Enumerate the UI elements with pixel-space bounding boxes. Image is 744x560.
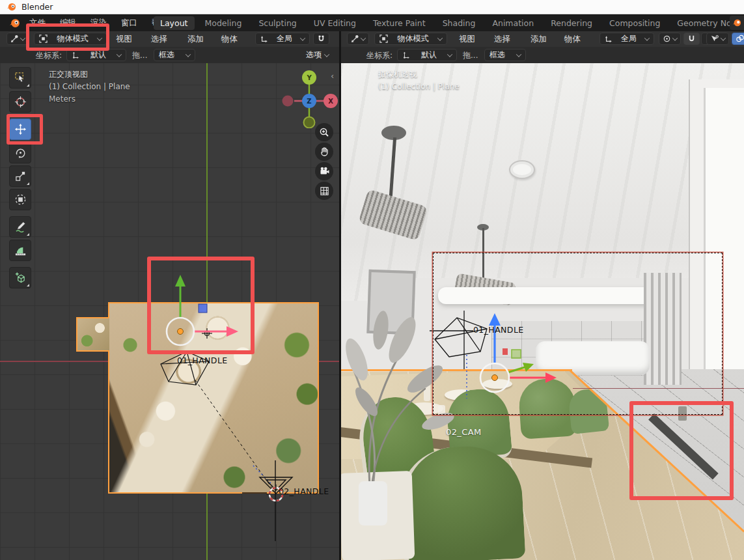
axis-neg-x-ball xyxy=(282,96,294,107)
tab-compositing[interactable]: Compositing xyxy=(603,16,667,30)
menu-viewport-view[interactable]: 视图 xyxy=(112,33,136,46)
box-select-dropdown[interactable]: 框选 xyxy=(154,49,195,61)
drag-label: 拖... xyxy=(463,50,478,61)
orientation-label: 全局 xyxy=(277,33,292,44)
coord-system-dropdown[interactable]: 默认 xyxy=(397,49,457,61)
right-tool-settings-bar: 坐标系: 默认 拖... 框选 xyxy=(340,47,744,63)
snap-magnet-button[interactable] xyxy=(683,33,700,45)
orientation-label: 全局 xyxy=(621,33,637,44)
scene-selector-button[interactable] xyxy=(730,16,744,30)
overlays-button[interactable] xyxy=(732,33,744,45)
menu-viewport-select[interactable]: 选择 xyxy=(490,33,514,46)
orientation-axes-icon xyxy=(605,35,613,43)
view-label: 正交顶视图 xyxy=(49,68,88,81)
title-bar: Blender xyxy=(0,0,744,14)
mode-label: 物体模式 xyxy=(398,33,429,44)
annotation-box-move-tool xyxy=(7,114,43,145)
camera-02-wireframe xyxy=(242,460,292,541)
handle2-label: 02_HANDLE xyxy=(279,486,329,496)
left-3d-viewport[interactable]: 正交顶视图 (1) Collection | Plane Meters ‹ xyxy=(0,63,339,560)
overlays-icon xyxy=(736,35,744,43)
chevron-down-icon xyxy=(516,51,521,57)
workspace-tabs: Layout Modeling Sculpting UV Editing Tex… xyxy=(154,14,744,31)
menu-viewport-view[interactable]: 视图 xyxy=(455,33,479,46)
object-origin-dot xyxy=(492,375,498,381)
annotation-box-gizmo xyxy=(147,257,255,354)
drag-axis-icon xyxy=(402,51,410,59)
chevron-down-icon xyxy=(324,51,329,57)
handle1-label: 01_HANDLE xyxy=(177,356,228,365)
chevron-down-icon xyxy=(644,35,650,40)
box-select-dropdown[interactable]: 框选 xyxy=(484,49,526,61)
right-3d-viewport[interactable]: 摄像机透视 (1) Collection | Plane xyxy=(340,63,744,560)
chevron-down-icon xyxy=(300,35,305,40)
drag-axis-icon xyxy=(72,51,79,59)
mode-dropdown[interactable]: 物体模式 xyxy=(374,33,447,45)
move-gizmo[interactable] xyxy=(456,296,573,394)
window-title: Blender xyxy=(21,2,53,12)
coord-system-label: 坐标系: xyxy=(366,50,393,61)
right-viewport-header: 物体模式 视图 选择 添加 物体 全局 xyxy=(340,31,744,47)
gizmo-z-arrow xyxy=(489,313,501,326)
chevron-down-icon xyxy=(117,51,122,57)
coord-system-value: 默认 xyxy=(90,49,106,61)
blender-window: Blender 文件 编辑 渲染 窗口 帮助 Layout Modeling S… xyxy=(0,0,744,560)
pivot-point-icon xyxy=(663,35,671,43)
chevron-down-icon xyxy=(20,35,25,40)
editor-3d-viewport-icon xyxy=(351,35,359,43)
options-dropdown[interactable]: 选项 xyxy=(301,49,334,61)
camera-label: 02_CAM xyxy=(446,427,482,437)
top-menu-bar: 文件 编辑 渲染 窗口 帮助 Layout Modeling Sculpting… xyxy=(0,14,744,31)
blender-logo-icon xyxy=(7,2,16,12)
context-path: (1) Collection | Plane xyxy=(49,81,130,93)
annotation-box-mode-dropdown xyxy=(26,23,109,51)
transform-orientation-dropdown[interactable]: 全局 xyxy=(599,33,654,45)
menu-window[interactable]: 窗口 xyxy=(115,16,143,31)
tab-shading[interactable]: Shading xyxy=(436,16,482,30)
navigation-gizmo[interactable]: Y X Z xyxy=(277,66,339,128)
gizmo-plane-handle-y xyxy=(512,350,521,358)
context-path: (1) Collection | Plane xyxy=(378,81,460,93)
pivot-point-button[interactable] xyxy=(659,33,681,45)
options-label: 选项 xyxy=(306,49,322,61)
object-mode-icon xyxy=(379,35,388,43)
blender-logo-icon xyxy=(9,18,20,29)
handle1-label: 01_HANDLE xyxy=(473,325,524,335)
chevron-down-icon xyxy=(361,35,366,40)
tab-rendering[interactable]: Rendering xyxy=(544,16,599,30)
editor-type-button[interactable] xyxy=(347,33,369,45)
gizmo-plane-handle-x xyxy=(503,348,508,355)
tab-uv-editing[interactable]: UV Editing xyxy=(307,16,363,30)
menu-viewport-object[interactable]: 物体 xyxy=(217,33,241,46)
box-select-value: 框选 xyxy=(159,49,174,61)
tab-layout[interactable]: Layout xyxy=(154,16,195,30)
magnet-icon xyxy=(317,35,325,43)
chevron-down-icon xyxy=(721,35,726,40)
viewport-separator[interactable] xyxy=(339,31,341,560)
menu-viewport-add[interactable]: 添加 xyxy=(527,33,551,46)
chevron-down-icon xyxy=(672,35,678,40)
menu-viewport-object[interactable]: 物体 xyxy=(560,33,585,46)
coord-system-value: 默认 xyxy=(421,49,437,61)
view-label: 摄像机透视 xyxy=(378,68,417,81)
axis-neg-y-ball xyxy=(304,117,315,128)
transform-orientation-dropdown[interactable]: 全局 xyxy=(255,33,310,45)
menu-viewport-add[interactable]: 添加 xyxy=(184,33,208,46)
drag-label: 拖... xyxy=(132,50,147,61)
editor-type-button[interactable] xyxy=(7,33,29,45)
tab-animation[interactable]: Animation xyxy=(486,16,540,30)
menu-viewport-select[interactable]: 选择 xyxy=(147,33,171,46)
tab-modeling[interactable]: Modeling xyxy=(199,16,249,30)
snap-magnet-button[interactable] xyxy=(313,33,329,45)
chevron-down-icon xyxy=(447,51,452,57)
magnet-icon xyxy=(687,35,696,43)
chevron-down-icon xyxy=(186,51,191,57)
svg-text:X: X xyxy=(328,98,333,105)
box-select-value: 框选 xyxy=(489,49,505,61)
unit-label: Meters xyxy=(49,93,76,105)
scene-icon xyxy=(732,18,741,27)
tab-texture-paint[interactable]: Texture Paint xyxy=(366,16,432,30)
gizmo-visibility-button[interactable] xyxy=(706,33,729,45)
tab-sculpting[interactable]: Sculpting xyxy=(252,16,303,30)
orientation-axes-icon xyxy=(260,35,268,43)
